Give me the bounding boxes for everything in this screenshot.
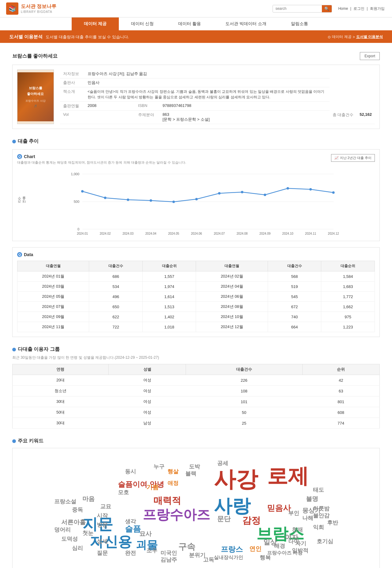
keyword-word[interactable]: 불명 [306, 495, 318, 502]
user-cell: 774 [302, 418, 379, 429]
th-loan-count-1: 대출건수 [89, 261, 143, 271]
table-cell: 1,974 [142, 282, 196, 292]
nav-data-request[interactable]: 데이터 신청 [119, 17, 166, 30]
table-cell: 568 [268, 271, 321, 282]
keyword-word[interactable]: 김남주 [160, 557, 177, 563]
login-link[interactable]: 로그인 [353, 6, 364, 11]
keyword-word[interactable]: 시작 [97, 513, 108, 519]
keyword-word[interactable]: 마음 [82, 495, 95, 502]
total-loans-label: 총 대출건수 [330, 111, 357, 124]
keyword-word[interactable]: 믿음사 [267, 503, 291, 513]
signup-link[interactable]: 회원가입 [370, 6, 385, 11]
keyword-word[interactable]: 익희 [313, 524, 324, 531]
main-content: 브람스를 좋아하세요 Export 브람스를 좋아하세요 프랑수아즈 사강 🎵 … [0, 43, 392, 568]
user-th-rank: 순위 [302, 364, 379, 375]
keyword-word[interactable]: 도덕성 [61, 536, 78, 543]
svg-point-14 [264, 194, 266, 196]
keyword-word[interactable]: 후반 [327, 520, 338, 526]
table-cell: 1,614 [142, 292, 196, 302]
keyword-word[interactable]: 일상 [263, 538, 277, 546]
data-table: 대출연월 대출건수 대출순위 대출연월 대출건수 대출순위 2024년 01월6… [17, 261, 375, 332]
keyword-word[interactable]: 중독 [72, 507, 83, 513]
nav-data-provide[interactable]: 데이터 제공 [72, 17, 119, 30]
chart-header: Q Chart 대출량과 대출순위 통계는 해당호 재집계되며, 참여도서관의 … [17, 154, 375, 165]
keyword-word[interactable]: 심리 [72, 545, 83, 552]
list-item: 30대남성25774 [13, 418, 380, 429]
keyword-word[interactable]: 태도 [313, 487, 324, 494]
keyword-word[interactable]: 행복 [260, 555, 271, 561]
keyword-word[interactable]: 동시 [125, 468, 136, 475]
home-link[interactable]: Home [338, 6, 348, 11]
keyword-word[interactable]: 덩어리 [54, 527, 71, 533]
user-th-age: 연령 [13, 364, 109, 375]
keyword-word[interactable]: 실내장식가인 [214, 555, 243, 560]
keyword-word[interactable]: 서른아홀 [61, 518, 86, 526]
table-cell: 496 [89, 292, 143, 302]
keyword-word[interactable]: 자신용 [90, 533, 132, 550]
summary-label: 책소개 [60, 87, 85, 102]
keyword-word[interactable]: 천재 [292, 527, 303, 533]
table-row: 2024년 11월7221,0182024년 12월6641,223 [17, 322, 375, 332]
table-header-row: 대출연월 대출건수 대출순위 대출연월 대출건수 대출순위 [17, 261, 375, 271]
publisher-value: 민음사 [85, 78, 330, 87]
keyword-word[interactable]: 프랑소설 [54, 498, 76, 505]
keyword-word[interactable]: 프랑수아즈 사강 [267, 550, 303, 556]
th-loan-count-2: 대출건수 [268, 261, 321, 271]
nav-data-use[interactable]: 데이터 활용 [166, 17, 213, 30]
keyword-word[interactable]: 매력적 [153, 495, 181, 506]
keyword-word[interactable]: 완전 [125, 550, 136, 557]
book-info-section: 브람스를 좋아하세요 프랑수아즈 사강 🎵 저자정보 프랑수아즈 사강 [저];… [12, 65, 380, 129]
keyword-word[interactable]: 문단 [217, 515, 231, 523]
publisher-label: 출판사 [60, 78, 85, 87]
table-cell: 722 [89, 322, 143, 332]
keyword-word[interactable]: 슬픔 [125, 524, 141, 534]
keyword-word[interactable]: 나해 [302, 515, 313, 522]
header: 📚 도서관 정보나루 LIBRARY BIGDATA 🔍 Home | 로그인 … [0, 0, 392, 17]
keyword-word[interactable]: 도박 [189, 464, 200, 470]
keyword-word[interactable]: 프랑스 [221, 545, 243, 554]
keyword-word[interactable]: 행살 [168, 468, 179, 475]
keyword-word[interactable]: 블랙 [185, 471, 196, 477]
table-cell: 519 [268, 282, 321, 292]
keyword-word[interactable]: 호기심 [317, 538, 333, 545]
breadcrumb-parent[interactable]: 데이터 제공 [332, 34, 351, 40]
search-box[interactable]: 🔍 [273, 5, 332, 13]
keyword-word[interactable]: 조우 [146, 547, 157, 554]
search-button[interactable]: 🔍 [322, 5, 332, 12]
nav-bigdata-intro[interactable]: 도서관 빅데이터 소개 [213, 17, 279, 30]
table-cell: 2024년 02월 [196, 271, 268, 282]
keyword-word[interactable]: 방문 [97, 522, 108, 528]
keyword-word[interactable]: 섬세 [97, 538, 108, 545]
nav-news[interactable]: 알림소통 [279, 17, 320, 30]
chart-period-button[interactable]: 📈 지난 2년간 대출 추이 [331, 154, 375, 162]
search-input[interactable] [273, 5, 322, 12]
keyword-word[interactable]: 구속 [178, 542, 195, 552]
keyword-word[interactable]: 애정 [168, 480, 179, 487]
keyword-word[interactable]: 불안감 [313, 513, 330, 519]
keyword-word[interactable]: 감정 [242, 515, 261, 526]
keyword-word[interactable]: 부인 [288, 510, 299, 517]
keyword-word[interactable]: 미국인 [160, 550, 177, 557]
keyword-word[interactable]: 고독 [203, 557, 214, 563]
svg-text:2024.11: 2024.11 [305, 232, 316, 235]
export-button[interactable]: Export [360, 52, 380, 60]
keyword-word[interactable]: 묘사 [139, 530, 152, 537]
keyword-word[interactable]: 사랑 [214, 495, 251, 517]
keyword-word[interactable]: 프랑수아즈 [143, 507, 210, 523]
keyword-word[interactable]: 기쁨 [146, 483, 159, 491]
keyword-word[interactable]: 공세 [217, 460, 228, 467]
keyword-word[interactable]: 교묘 [100, 503, 111, 510]
keyword-word[interactable]: 첫눈 [82, 530, 93, 537]
keyword-word[interactable]: 하룻밤 [313, 506, 330, 512]
keyword-word[interactable]: 연인 [249, 545, 262, 552]
user-cell: 42 [302, 375, 379, 386]
breadcrumb-current[interactable]: 도서별 이용분석 [356, 34, 383, 40]
keyword-word[interactable]: 누구 [153, 464, 164, 470]
keyword-word[interactable]: 사강 [214, 466, 258, 492]
keyword-word[interactable]: 로제 [267, 464, 309, 489]
keyword-word[interactable]: 모호 [118, 489, 129, 496]
table-row: 2024년 03월5341,9742024년 04월5191,683 [17, 282, 375, 292]
subject-label: 주제분야 [135, 111, 160, 124]
keyword-word[interactable]: 질문 [97, 550, 108, 557]
keyword-word[interactable]: 나이 [288, 538, 299, 545]
